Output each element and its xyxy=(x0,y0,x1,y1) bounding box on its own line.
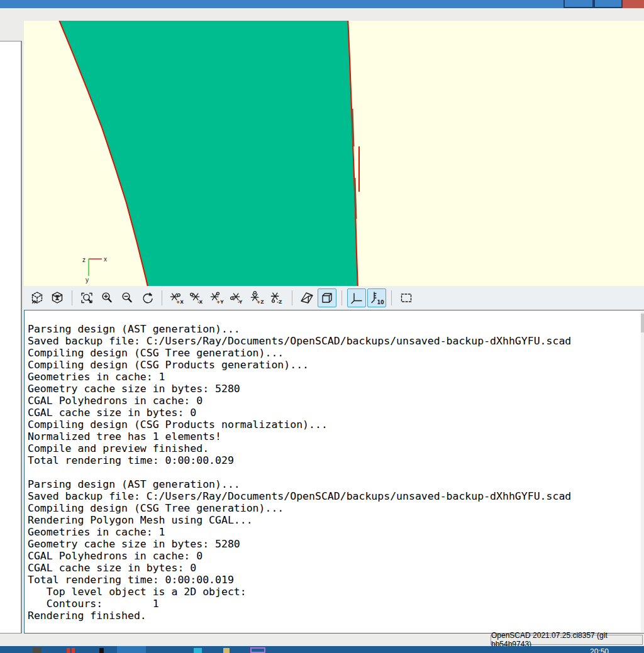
perspective-button[interactable] xyxy=(297,288,316,307)
perspective-icon xyxy=(299,290,314,305)
console-line: Geometries in cache: 1 xyxy=(28,371,638,383)
console-panel: Parsing design (AST generation)...Saved … xyxy=(24,310,644,634)
window-chrome xyxy=(0,8,644,21)
view-minus-x-button[interactable]: -X xyxy=(187,288,206,307)
version-label: OpenSCAD 2021.07.25.ci8357 (git bb54b974… xyxy=(491,635,643,645)
taskbar-app-icon[interactable] xyxy=(250,647,265,653)
taskbar-active-app-button[interactable] xyxy=(117,646,146,653)
status-bar: OpenSCAD 2021.07.25.ci8357 (git bb54b974… xyxy=(0,634,644,646)
preview-icon xyxy=(30,290,45,305)
console-line: Compile and preview finished. xyxy=(28,442,638,454)
view-minus-y-icon: -Y xyxy=(230,290,245,305)
svg-text:+Y: +Y xyxy=(216,299,224,305)
console-output[interactable]: Parsing design (AST generation)...Saved … xyxy=(28,323,638,622)
taskbar-app-icon[interactable] xyxy=(223,648,230,653)
view-plus-y-button[interactable]: +Y xyxy=(208,288,226,307)
svg-text:-Y: -Y xyxy=(238,299,243,305)
taskbar-app-icon[interactable] xyxy=(67,648,70,653)
console-line: Contours: 1 xyxy=(28,598,638,610)
z-axis-label: z xyxy=(82,256,86,263)
console-line: Total rendering time: 0:00:00.019 xyxy=(28,574,638,586)
show-scale-markers-button[interactable]: 10 xyxy=(367,288,386,307)
svg-text:-Z: -Z xyxy=(277,299,282,305)
console-line: Saved backup file: C:/Users/Ray/Document… xyxy=(28,490,638,502)
console-line: Rendering Polygon Mesh using CGAL... xyxy=(28,514,638,526)
titlebar[interactable] xyxy=(0,0,644,8)
console-line: Top level object is a 2D object: xyxy=(28,586,638,598)
close-button[interactable] xyxy=(623,0,644,8)
taskbar-app-icon[interactable] xyxy=(33,647,42,653)
maximize-button[interactable] xyxy=(594,0,623,8)
zoom-out-button[interactable] xyxy=(118,288,136,307)
svg-text:-X: -X xyxy=(197,299,203,305)
console-line: Total rendering time: 0:00:00.029 xyxy=(28,454,638,466)
view-plus-z-icon: +Z xyxy=(250,290,265,305)
console-scrollbar[interactable] xyxy=(641,311,644,632)
console-line: Normalized tree has 1 elements! xyxy=(28,431,638,442)
show-edges-button[interactable] xyxy=(397,288,416,307)
show-scale-markers-icon: 10 xyxy=(369,290,384,305)
view-plus-z-button[interactable]: +Z xyxy=(248,288,267,307)
taskbar-app-icon[interactable] xyxy=(72,648,75,653)
scrollbar-thumb[interactable] xyxy=(641,314,644,332)
console-line: Saved backup file: C:/Users/Ray/Document… xyxy=(28,335,638,347)
polygon-preview xyxy=(24,21,644,286)
taskbar-clock[interactable]: 20:50 xyxy=(590,647,609,653)
console-line xyxy=(28,466,638,478)
view-plus-x-icon: +X xyxy=(169,290,184,305)
console-line: CGAL Polyhedrons in cache: 0 xyxy=(28,550,638,562)
taskbar-app-icon[interactable] xyxy=(194,648,202,653)
console-line: Parsing design (AST generation)... xyxy=(28,323,638,335)
view-plus-y-icon: +Y xyxy=(209,290,225,305)
show-axes-button[interactable] xyxy=(347,288,366,307)
view-plus-x-button[interactable]: +X xyxy=(167,288,186,307)
toolbar-separator xyxy=(162,290,162,305)
console-line: Geometry cache size in bytes: 5280 xyxy=(28,538,638,550)
console-line: Rendering finished. xyxy=(28,610,638,622)
console-line: CGAL Polyhedrons in cache: 0 xyxy=(28,395,638,407)
preview-button[interactable] xyxy=(28,288,47,307)
show-edges-icon xyxy=(399,290,414,305)
console-line: Compiling design (CSG Products generatio… xyxy=(28,359,638,371)
view-toolbar: +X -X +Y -Y +Z -Z xyxy=(24,286,644,310)
taskbar-app-icon[interactable] xyxy=(99,648,104,653)
reset-view-icon xyxy=(140,290,155,305)
svg-text:10: 10 xyxy=(377,300,385,305)
render-icon xyxy=(50,290,65,305)
console-line: Compiling design (CSG Tree generation)..… xyxy=(28,502,638,514)
3d-viewport[interactable]: x y z xyxy=(24,21,644,286)
x-axis-label: x xyxy=(104,256,107,263)
orthogonal-icon xyxy=(319,290,335,305)
zoom-out-icon xyxy=(119,290,135,305)
console-line: Compiling design (CSG Products normaliza… xyxy=(28,419,638,431)
editor-panel[interactable] xyxy=(0,41,22,634)
axis-indicator: x y z xyxy=(80,253,117,286)
windows-taskbar[interactable]: 20:50 xyxy=(0,646,644,653)
console-line: CGAL cache size in bytes: 0 xyxy=(28,407,638,419)
view-minus-y-button[interactable]: -Y xyxy=(228,288,247,307)
toolbar-separator xyxy=(341,290,342,305)
reset-view-button[interactable] xyxy=(138,288,157,307)
y-axis-label: y xyxy=(86,277,89,283)
view-minus-z-icon: -Z xyxy=(270,290,285,305)
render-button[interactable] xyxy=(48,288,67,307)
show-axes-icon xyxy=(349,290,364,305)
minimize-button[interactable] xyxy=(564,0,594,8)
zoom-all-button[interactable] xyxy=(77,288,96,307)
toolbar-separator xyxy=(292,290,292,305)
svg-text:+X: +X xyxy=(176,299,184,305)
view-minus-x-icon: -X xyxy=(189,290,204,305)
console-line: Compiling design (CSG Tree generation)..… xyxy=(28,347,638,359)
zoom-in-button[interactable] xyxy=(97,288,116,307)
polygon-shape xyxy=(58,21,358,286)
orthogonal-button[interactable] xyxy=(318,288,336,307)
toolbar-separator xyxy=(391,290,392,305)
svg-text:+Z: +Z xyxy=(257,299,264,305)
console-line: Geometry cache size in bytes: 5280 xyxy=(28,383,638,395)
zoom-all-icon xyxy=(79,290,94,305)
zoom-in-icon xyxy=(99,290,114,305)
toolbar-separator xyxy=(72,290,72,305)
view-minus-z-button[interactable]: -Z xyxy=(268,288,287,307)
console-line: CGAL cache size in bytes: 0 xyxy=(28,562,638,574)
console-line: Parsing design (AST generation)... xyxy=(28,478,638,490)
